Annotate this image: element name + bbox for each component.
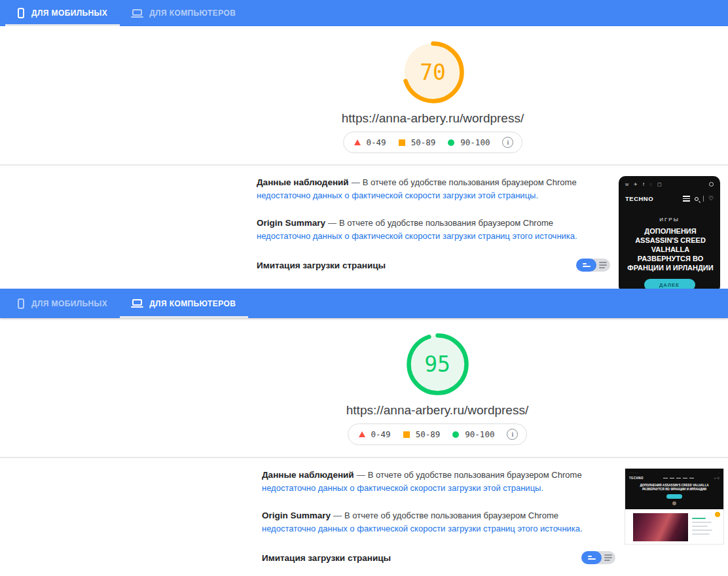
orange-square-icon xyxy=(403,431,410,438)
summary-desktop: 95 https://anna-arbery.ru/wordpress/ 0-4… xyxy=(0,318,728,445)
tab-mobile-label: ДЛЯ МОБИЛЬНЫХ xyxy=(31,299,107,308)
origin-summary-block: Origin Summary—В отчете об удобстве поль… xyxy=(262,509,591,535)
nav-icons: ⌕ ♡ xyxy=(714,477,719,480)
orange-badge-icon xyxy=(715,512,720,517)
panel-desktop: ДЛЯ МОБИЛЬНЫХ ДЛЯ КОМПЬЮТЕРОВ 95 https:/… xyxy=(0,289,728,576)
summary-mobile: 70 https://anna-arbery.ru/wordpress/ 0-4… xyxy=(0,26,728,153)
thumb-category: ИГРЫ xyxy=(625,217,714,223)
thumb-more-button xyxy=(666,494,682,499)
device-tabbar-desktop: ДЛЯ МОБИЛЬНЫХ ДЛЯ КОМПЬЮТЕРОВ xyxy=(0,289,728,318)
origin-summary-link[interactable]: недостаточно данных о фактической скорос… xyxy=(257,231,577,241)
details-text-column: Данные наблюдений—В отчете об удобстве п… xyxy=(257,176,610,272)
thumb-content-section xyxy=(625,509,723,544)
separator xyxy=(703,196,704,202)
view-toggle xyxy=(581,551,615,564)
thumb-social-dots: · · · · · xyxy=(629,471,638,475)
search-icon xyxy=(695,197,699,201)
panel-mobile: ДЛЯ МОБИЛЬНЫХ ДЛЯ КОМПЬЮТЕРОВ 70 https:/… xyxy=(0,0,728,289)
load-simulation-label: Имитация загрузки страницы xyxy=(262,553,391,563)
social-icon: ✈ xyxy=(634,182,638,187)
laptop-icon xyxy=(132,9,142,16)
details-text-column: Данные наблюдений—В отчете об удобстве п… xyxy=(262,469,615,564)
tab-mobile[interactable]: ДЛЯ МОБИЛЬНЫХ xyxy=(5,0,120,26)
field-data-title: Данные наблюдений xyxy=(262,470,354,480)
field-data-text: В отчете об удобстве пользования браузер… xyxy=(368,470,582,480)
thumb-headline: ДОПОЛНЕНИЯ ASSASSIN'S CREED VALHALLA РАЗ… xyxy=(636,484,712,492)
list-icon xyxy=(604,554,612,561)
nav-menu-bars xyxy=(663,478,694,479)
thumb-more-button: ДАЛЕЕ xyxy=(644,279,695,289)
tab-mobile-label: ДЛЯ МОБИЛЬНЫХ xyxy=(31,9,107,18)
origin-summary-title: Origin Summary xyxy=(257,218,325,228)
red-triangle-icon xyxy=(354,139,361,145)
thumb-sidebar xyxy=(692,513,719,544)
tab-desktop-label: ДЛЯ КОМПЬЮТЕРОВ xyxy=(149,299,236,308)
page-screenshot-desktop[interactable]: · · · · · · TECHNO ⌕ ♡ ДОПОЛНЕНИЯ ASSASS… xyxy=(625,469,723,544)
field-data-block: Данные наблюдений—В отчете об удобстве п… xyxy=(257,176,585,202)
hamburger-menu-icon xyxy=(683,196,690,202)
smartphone-icon xyxy=(18,298,24,309)
load-simulation-label: Имитация загрузки страницы xyxy=(257,261,386,270)
heart-icon: ♡ xyxy=(708,196,714,202)
legend-item-poor: 0-49 xyxy=(354,137,386,147)
origin-summary-block: Origin Summary—В отчете об удобстве поль… xyxy=(257,217,585,243)
field-data-text: В отчете об удобстве пользования браузер… xyxy=(363,177,577,187)
page-url: https://anna-arbery.ru/wordpress/ xyxy=(342,111,524,126)
social-icon: f xyxy=(643,182,644,187)
filmstrip-icon xyxy=(583,263,591,267)
thumb-headline: ДОПОЛНЕНИЯ ASSASSIN'S CREED VALHALLA РАЗ… xyxy=(625,226,716,272)
tab-desktop-2[interactable]: ДЛЯ КОМПЬЮТЕРОВ xyxy=(120,289,248,318)
green-circle-icon xyxy=(452,431,459,438)
performance-score: 95 xyxy=(406,333,469,396)
thumb-hero: · · · · · · TECHNO ⌕ ♡ ДОПОЛНЕНИЯ ASSASS… xyxy=(625,469,723,509)
legend-item-good: 90-100 xyxy=(448,137,490,147)
smartphone-icon xyxy=(18,8,24,18)
thumb-social-row: w ✈ f ◌ ▢ xyxy=(625,182,714,187)
filmstrip-view-button[interactable] xyxy=(576,259,596,272)
social-icon: w xyxy=(625,182,628,187)
page-url: https://anna-arbery.ru/wordpress/ xyxy=(346,403,528,418)
site-logo: TECHNO xyxy=(629,477,644,480)
origin-summary-link[interactable]: недостаточно данных о фактической скорос… xyxy=(262,524,583,533)
list-icon xyxy=(599,262,607,268)
thumb-account-dot: · xyxy=(718,471,719,475)
view-toggle xyxy=(576,259,610,272)
tab-mobile-2[interactable]: ДЛЯ МОБИЛЬНЫХ xyxy=(5,289,120,318)
orange-square-icon xyxy=(399,139,405,146)
field-data-block: Данные наблюдений—В отчете об удобстве п… xyxy=(262,469,591,495)
performance-gauge: 95 xyxy=(406,333,469,396)
details-row-mobile: Данные наблюдений—В отчете об удобстве п… xyxy=(0,166,728,289)
laptop-icon xyxy=(132,299,142,306)
tab-desktop-label: ДЛЯ КОМПЬЮТЕРОВ xyxy=(149,9,236,18)
load-simulation-row: Имитация загрузки страницы xyxy=(257,259,610,272)
thumb-header: TECHNO ♡ xyxy=(625,195,714,202)
load-simulation-row: Имитация загрузки страницы xyxy=(262,551,615,564)
performance-gauge: 70 xyxy=(401,41,465,104)
filmstrip-view-button[interactable] xyxy=(581,551,602,564)
info-icon[interactable]: i xyxy=(507,429,518,440)
pagespeed-report: ДЛЯ МОБИЛЬНЫХ ДЛЯ КОМПЬЮТЕРОВ 70 https:/… xyxy=(0,0,728,576)
info-icon[interactable]: i xyxy=(502,137,513,148)
legend-item-poor: 0-49 xyxy=(359,429,391,439)
origin-summary-title: Origin Summary xyxy=(262,511,331,520)
field-data-title: Данные наблюдений xyxy=(257,177,349,187)
thumb-author-avatar xyxy=(672,501,676,505)
performance-score: 70 xyxy=(401,41,465,104)
legend-item-average: 50-89 xyxy=(403,429,441,439)
origin-summary-text: В отчете об удобстве пользования браузер… xyxy=(344,511,558,520)
field-data-link[interactable]: недостаточно данных о фактической скорос… xyxy=(257,190,538,200)
person-icon xyxy=(709,182,714,187)
device-tabbar-mobile: ДЛЯ МОБИЛЬНЫХ ДЛЯ КОМПЬЮТЕРОВ xyxy=(0,0,728,26)
origin-summary-text: В отчете об удобстве пользования браузер… xyxy=(339,218,553,228)
tab-desktop[interactable]: ДЛЯ КОМПЬЮТЕРОВ xyxy=(120,0,248,26)
site-logo: TECHNO xyxy=(625,195,653,202)
green-circle-icon xyxy=(448,139,454,146)
score-legend: 0-49 50-89 90-100 i xyxy=(348,423,528,445)
page-screenshot-mobile[interactable]: w ✈ f ◌ ▢ TECHNO ♡ ИГРЫ xyxy=(619,176,720,289)
field-data-link[interactable]: недостаточно данных о фактической скорос… xyxy=(262,483,543,493)
score-legend: 0-49 50-89 90-100 i xyxy=(343,132,523,153)
details-row-desktop: Данные наблюдений—В отчете об удобстве п… xyxy=(0,458,728,564)
legend-item-good: 90-100 xyxy=(452,429,494,439)
red-triangle-icon xyxy=(359,431,365,437)
filmstrip-icon xyxy=(588,556,596,560)
